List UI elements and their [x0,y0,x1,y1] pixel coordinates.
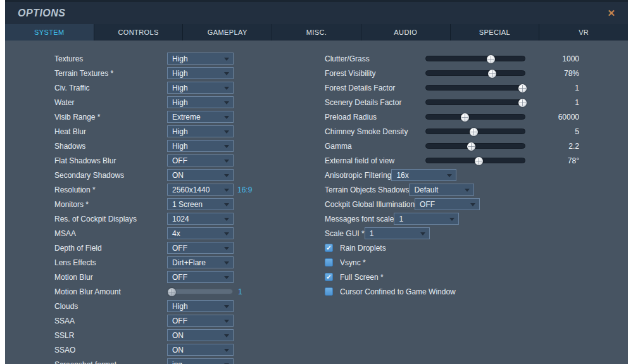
tab-misc[interactable]: MISC. [272,24,361,41]
dropdown[interactable]: High [167,53,234,65]
dropdown[interactable]: Extreme [167,111,234,123]
slider[interactable] [425,129,525,134]
close-icon[interactable]: ✕ [607,8,615,18]
dropdown[interactable]: High [167,82,234,94]
option-label: Textures [54,54,167,63]
slider-handle[interactable] [470,128,478,136]
dropdown[interactable]: 2560x1440 [167,184,234,196]
slider[interactable] [425,114,525,120]
dropdown[interactable]: Dirt+Flare [167,256,234,268]
slider[interactable] [425,99,525,105]
dropdown[interactable]: 1 [365,227,430,239]
dropdown-value: 1 Screen [172,200,203,209]
checkbox-unchecked[interactable] [325,287,333,296]
chevron-down-icon [224,247,229,250]
option-row: Monitors *1 Screen [54,197,308,211]
dropdown-value: 1 [370,229,374,238]
slider-handle[interactable] [461,113,469,122]
dropdown[interactable]: ON [167,169,234,181]
option-row: Scenery Details Factor1 [325,95,591,110]
dropdown[interactable]: High [167,67,234,79]
dropdown[interactable]: 1 [394,213,459,225]
slider-handle[interactable] [475,157,483,165]
option-label: Heat Blur [54,127,167,136]
slider-handle[interactable] [168,288,176,296]
aspect-ratio-note: 16:9 [237,185,252,194]
option-label: SSAO [54,346,167,355]
dropdown[interactable]: OFF [167,242,234,254]
dropdown[interactable]: 1024 [167,213,234,225]
dropdown[interactable]: 16x [391,169,456,181]
slider[interactable] [425,143,525,149]
dropdown-value: 2560x1440 [172,185,210,194]
dropdown[interactable]: High [167,140,234,152]
checkbox-unchecked[interactable] [325,258,333,267]
tab-gameplay[interactable]: GAMEPLAY [183,24,272,41]
dropdown[interactable]: OFF [167,154,234,166]
dropdown-value: OFF [172,244,187,253]
chevron-down-icon [224,116,229,119]
dropdown-value: High [172,84,188,92]
option-label: Secondary Shadows [54,171,167,180]
dropdown[interactable]: OFF [415,198,480,210]
dropdown-value: High [172,142,188,151]
chevron-down-icon [224,349,229,352]
checkbox-checked[interactable]: ✓ [325,244,333,252]
dropdown-value: High [172,69,188,78]
tab-bar: SYSTEMCONTROLSGAMEPLAYMISC.AUDIOSPECIALV… [5,24,628,41]
option-row: Clutter/Grass1000 [325,51,591,66]
option-row: Cockpit Global IlluminationOFF [325,197,591,211]
dropdown-value: ON [172,346,184,355]
slider[interactable] [425,85,525,91]
option-row: SSAOON [54,342,308,357]
dropdown[interactable]: jpg [167,358,234,364]
dropdown[interactable]: High [167,125,234,137]
slider-handle[interactable] [518,84,527,92]
page-title: OPTIONS [18,8,66,19]
slider-handle[interactable] [467,142,475,151]
tab-special[interactable]: SPECIAL [451,24,539,41]
option-label: Chimney Smoke Density [325,127,425,136]
slider-value: 1000 [525,54,579,63]
option-row: WaterHigh [54,95,308,110]
option-row: Anisotropic Filtering16x [325,168,591,182]
slider[interactable] [425,70,525,76]
dropdown[interactable]: High [167,96,234,108]
dropdown[interactable]: 4x [167,227,234,239]
dropdown[interactable]: Default [409,184,474,196]
option-label: Clutter/Grass [325,54,425,63]
slider-value: 1 [525,84,579,92]
chevron-down-icon [224,87,229,90]
slider[interactable] [167,289,233,294]
slider[interactable] [425,158,525,163]
option-label: Shadows [54,142,167,151]
slider-handle[interactable] [518,99,527,107]
option-row: ShadowsHigh [54,139,308,153]
right-options-column: Clutter/Grass1000Forest Visibility78%For… [325,51,591,299]
dropdown[interactable]: OFF [167,315,234,327]
tab-system[interactable]: SYSTEM [5,24,94,41]
dropdown[interactable]: 1 Screen [167,198,234,210]
slider-value: 78° [525,156,579,165]
chevron-down-icon [447,174,452,177]
option-label: Gamma [325,142,425,151]
dropdown-value: High [172,127,188,136]
option-label: Resolution * [54,185,167,194]
slider[interactable] [425,56,525,61]
chevron-down-icon [224,203,229,206]
dropdown[interactable]: ON [167,344,234,356]
dropdown[interactable]: ON [167,329,234,341]
option-row: SSLRON [54,328,308,342]
dropdown[interactable]: High [167,300,234,312]
tab-audio[interactable]: AUDIO [361,24,450,41]
checkbox-label: Vsync * [340,258,366,267]
option-row: Civ. TrafficHigh [54,80,308,95]
slider-handle[interactable] [487,55,495,63]
option-row: Forest Details Factor1 [325,80,591,95]
option-row: Lens EffectsDirt+Flare [54,255,308,270]
slider-handle[interactable] [488,70,496,78]
checkbox-checked[interactable]: ✓ [325,273,333,281]
tab-controls[interactable]: CONTROLS [94,24,183,41]
tab-vr[interactable]: VR [539,24,628,41]
dropdown[interactable]: OFF [167,271,234,283]
